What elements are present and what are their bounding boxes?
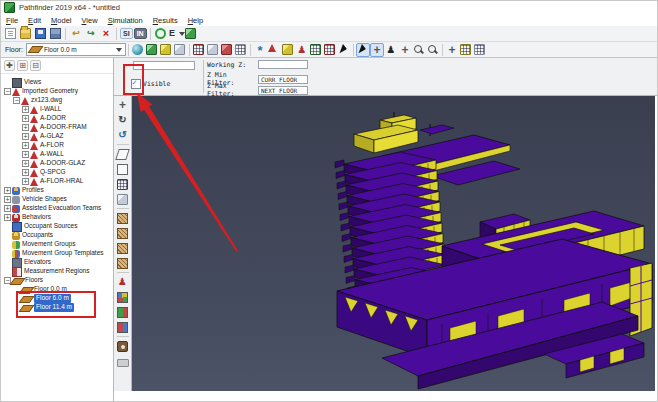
group-cube-tool-button[interactable] bbox=[116, 290, 130, 304]
tree-item-occupants[interactable]: Occupants bbox=[1, 231, 113, 240]
results-button[interactable] bbox=[169, 27, 183, 41]
tree-item-vehicle-shapes[interactable]: Vehicle Shapes bbox=[1, 195, 113, 204]
side-cube-button[interactable] bbox=[173, 43, 187, 57]
redo-button[interactable] bbox=[84, 27, 98, 41]
escalator-tool-button[interactable] bbox=[116, 256, 130, 270]
expand-toggle-icon[interactable] bbox=[22, 124, 29, 131]
orbit-tool-button[interactable] bbox=[116, 128, 130, 142]
select-tool-button[interactable] bbox=[356, 43, 370, 57]
tree-pan-button[interactable]: ✚ bbox=[4, 60, 15, 71]
tree-item-measurement-regions[interactable]: Measurement Regions bbox=[1, 267, 113, 276]
cube-tool-button[interactable] bbox=[116, 192, 130, 206]
menu-view[interactable]: View bbox=[76, 16, 102, 25]
expand-toggle-icon[interactable] bbox=[22, 178, 29, 185]
z-max-filter-field[interactable] bbox=[258, 86, 308, 95]
tree-item-dwg[interactable]: zx123.dwg bbox=[1, 96, 113, 105]
expand-toggle-icon[interactable] bbox=[22, 151, 29, 158]
collapse-all-button[interactable]: ⊞ bbox=[17, 60, 28, 71]
blue-asterisk-button[interactable] bbox=[253, 43, 267, 57]
occupants-toggle[interactable] bbox=[295, 43, 309, 57]
tree-item-layer[interactable]: A-DOOR bbox=[1, 114, 113, 123]
stairs-tool-button[interactable] bbox=[116, 211, 130, 225]
in-units-button[interactable]: IN bbox=[134, 28, 147, 39]
tree-item-layer[interactable]: A-GLAZ bbox=[1, 132, 113, 141]
expand-toggle-icon[interactable] bbox=[4, 196, 11, 203]
expand-toggle-icon[interactable] bbox=[22, 160, 29, 167]
open-button[interactable] bbox=[18, 27, 32, 41]
tree-item-views[interactable]: Views bbox=[1, 78, 113, 87]
rectangle-tool-button[interactable] bbox=[116, 162, 130, 176]
tree-item-layer[interactable]: A-FLOR bbox=[1, 141, 113, 150]
delete-button[interactable] bbox=[99, 27, 113, 41]
tree-item-floor-11[interactable]: Floor 11.4 m bbox=[1, 303, 113, 312]
tree-item-layer[interactable]: A-DOOR-FRAM bbox=[1, 123, 113, 132]
menu-results[interactable]: Results bbox=[148, 16, 183, 25]
tree-item-layer[interactable]: I-WALL bbox=[1, 105, 113, 114]
camera-tool-button[interactable] bbox=[116, 339, 130, 353]
exit-tool-button[interactable] bbox=[116, 305, 130, 319]
orbit-tool-button[interactable] bbox=[370, 43, 384, 57]
rotate-tool-button[interactable] bbox=[116, 113, 130, 127]
menu-file[interactable]: File bbox=[1, 16, 23, 25]
move-tool-button[interactable] bbox=[116, 98, 130, 112]
walk-tool-button[interactable] bbox=[384, 43, 398, 57]
floor-selector[interactable]: Floor 0.0 m bbox=[26, 43, 126, 56]
navmesh-red-toggle[interactable] bbox=[323, 43, 337, 57]
expand-toggle-icon[interactable] bbox=[22, 106, 29, 113]
tree-item-profiles[interactable]: Profiles bbox=[1, 186, 113, 195]
si-units-button[interactable]: SI bbox=[120, 28, 133, 39]
expand-toggle-icon[interactable] bbox=[22, 133, 29, 140]
visible-checkbox[interactable] bbox=[131, 79, 141, 89]
tree-item-evac-teams[interactable]: Assisted Evacuation Teams bbox=[1, 204, 113, 213]
expand-toggle-icon[interactable] bbox=[22, 115, 29, 122]
ramp-tool-button[interactable] bbox=[116, 226, 130, 240]
expand-toggle-icon[interactable] bbox=[22, 169, 29, 176]
pan-tool-button[interactable] bbox=[398, 43, 412, 57]
red-cube-pair-button[interactable] bbox=[220, 43, 234, 57]
globe-view-button[interactable] bbox=[131, 43, 145, 57]
imported-geometry-toggle[interactable] bbox=[267, 43, 281, 57]
expand-toggle-icon[interactable] bbox=[4, 205, 11, 212]
viewport-3d[interactable] bbox=[132, 96, 655, 391]
top-cube-button[interactable] bbox=[159, 43, 173, 57]
tree-item-floors[interactable]: Floors bbox=[1, 276, 113, 285]
tree-item-floor-0[interactable]: Floor 0.0 m bbox=[1, 285, 113, 294]
zoom-box-tool-button[interactable] bbox=[426, 43, 440, 57]
floor-grid-white-button[interactable] bbox=[473, 43, 487, 57]
tree-item-occupant-sources[interactable]: Occupant Sources bbox=[1, 222, 113, 231]
iso-cube-button[interactable] bbox=[145, 43, 159, 57]
expand-toggle-icon[interactable] bbox=[4, 187, 11, 194]
menu-simulation[interactable]: Simulation bbox=[103, 16, 148, 25]
name-field[interactable] bbox=[133, 61, 195, 70]
white-cube-pair-button[interactable] bbox=[234, 43, 248, 57]
working-z-field[interactable] bbox=[258, 60, 308, 69]
tree-item-movement-groups[interactable]: Movement Groups bbox=[1, 240, 113, 249]
run-simulation-button[interactable] bbox=[154, 27, 168, 41]
zoom-tool-button[interactable] bbox=[412, 43, 426, 57]
expand-toggle-icon[interactable] bbox=[22, 142, 29, 149]
tree-item-imported-geometry[interactable]: Imported Geometry bbox=[1, 87, 113, 96]
white-cube-button[interactable] bbox=[206, 43, 220, 57]
occupant-tool-button[interactable] bbox=[116, 275, 130, 289]
collapse-toggle-icon[interactable] bbox=[13, 97, 20, 104]
floor-grid-yellow-button[interactable] bbox=[459, 43, 473, 57]
door-tool-button[interactable] bbox=[116, 241, 130, 255]
navmesh-green-toggle[interactable] bbox=[309, 43, 323, 57]
tree-item-layer[interactable]: A-DOOR-GLAZ bbox=[1, 159, 113, 168]
objects-toggle[interactable] bbox=[281, 43, 295, 57]
menu-edit[interactable]: Edit bbox=[23, 16, 46, 25]
expand-toggle-icon[interactable] bbox=[4, 214, 11, 221]
new-file-button[interactable] bbox=[3, 27, 17, 41]
save-button[interactable] bbox=[33, 27, 47, 41]
import-button[interactable] bbox=[48, 27, 62, 41]
tree-item-layer[interactable]: A-FLOR-HRAL bbox=[1, 177, 113, 186]
snap-crosshair-button[interactable] bbox=[445, 43, 459, 57]
polygon-tool-button[interactable] bbox=[116, 147, 130, 161]
paths-toggle[interactable] bbox=[337, 43, 351, 57]
menu-model[interactable]: Model bbox=[46, 16, 76, 25]
collapse-toggle-icon[interactable] bbox=[4, 88, 11, 95]
view-results-button[interactable] bbox=[184, 27, 198, 41]
undo-button[interactable] bbox=[69, 27, 83, 41]
red-grid-cube-button[interactable] bbox=[192, 43, 206, 57]
menu-help[interactable]: Help bbox=[183, 16, 208, 25]
